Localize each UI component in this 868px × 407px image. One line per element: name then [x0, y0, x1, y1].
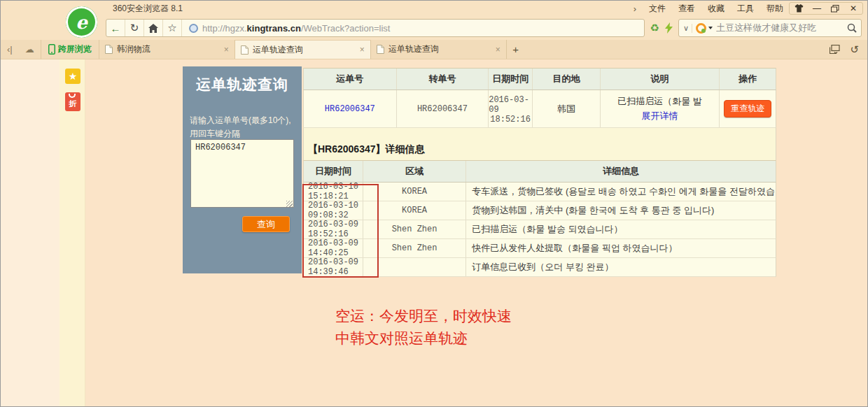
result-datetime: 2016-03-09 18:52:16	[489, 90, 533, 127]
tab-label: 运单轨迹查询	[388, 43, 491, 55]
detail-area: KOREA	[363, 183, 467, 201]
browser-logo-icon[interactable]: e	[66, 6, 97, 38]
discount-bag-widget[interactable]: 折	[65, 92, 80, 111]
result-row: HR62006347 HR62006347 2016-03-09 18:52:1…	[303, 90, 776, 128]
detail-datetime: 2016-03-09 14:39:46	[304, 258, 363, 276]
destination: 韩国	[533, 90, 601, 127]
annotation-line2: 中韩文对照运单轨迹	[335, 328, 512, 350]
result-time: 18:52:16	[490, 115, 531, 124]
track-query-panel: 运单轨迹查询 请输入运单单号(最多10个),用回车键分隔 HR62006347 …	[183, 66, 302, 273]
tab-hanrun-logistics[interactable]: 韩润物流 ×	[99, 40, 235, 59]
new-tab-button[interactable]: +	[507, 40, 525, 59]
detail-info: 专车派送，货物已签收 (용달로 배송 하였고 수화인 에게 화물을 전달하였습	[466, 183, 776, 201]
panel-title: 运单轨迹查询	[183, 66, 302, 94]
browser-window: e 360安全浏览器 8.1 › 文件 查看 收藏 工具 帮助 — ✕ ← ↻	[0, 0, 868, 407]
discount-label: 折	[69, 99, 77, 109]
result-date: 2016-03-09	[489, 95, 532, 115]
detail-title: 【HR62006347】详细信息	[308, 143, 425, 156]
col-datetime: 日期时间	[489, 69, 533, 90]
red-annotation-text: 空运：今发明至，时效快速 中韩文对照运单轨迹	[335, 306, 512, 350]
engine-dropdown-icon[interactable]: ∨	[683, 24, 692, 33]
transfer-no: HR62006347	[397, 90, 489, 127]
waybill-input[interactable]: HR62006347	[190, 139, 294, 208]
tab-close-icon[interactable]: ×	[496, 45, 500, 55]
home-icon[interactable]	[144, 20, 163, 36]
detail-row: 2016-03-10 09:08:32 KOREA 货物到达韩国，清关中 (화물…	[303, 201, 776, 220]
menu-view[interactable]: 查看	[678, 3, 695, 15]
waybill-no-link[interactable]: HR62006347	[304, 90, 397, 127]
detail-datetime: 2016-03-10 15:18:21	[304, 183, 363, 201]
description-text: 已扫描启运（화물 발	[617, 95, 702, 108]
bookmark-star-icon[interactable]: ☆	[163, 20, 182, 36]
col-destination: 目的地	[533, 69, 601, 90]
adfilter-recycle-icon[interactable]: ♻	[650, 22, 659, 34]
menu-help[interactable]: 帮助	[766, 3, 783, 15]
cloud-sync-icon[interactable]: ☁	[19, 40, 41, 59]
detail-datetime: 2016-03-09 18:52:16	[304, 220, 363, 238]
restore-button[interactable]	[826, 3, 844, 14]
detail-datetime: 2016-03-09 14:40:25	[304, 239, 363, 257]
col-detail-datetime: 日期时间	[304, 161, 363, 182]
textarea-resize-handle[interactable]	[286, 201, 293, 207]
expand-detail-link[interactable]: 展开详情	[642, 110, 678, 122]
window-controls: — ✕	[789, 2, 863, 15]
detail-datetime: 2016-03-10 09:08:32	[304, 201, 363, 220]
col-description: 说明	[601, 69, 720, 90]
bag-handle-icon	[69, 94, 76, 98]
detail-area: KOREA	[363, 201, 467, 220]
query-button[interactable]: 查询	[242, 216, 290, 232]
col-transfer: 转单号	[397, 69, 489, 90]
search-magnifier-icon[interactable]	[847, 23, 857, 33]
restore-closed-tab-icon[interactable]: ↺	[850, 43, 859, 56]
action-cell: 重查轨迹	[720, 90, 776, 127]
url-input[interactable]: http://hgzx.kingtrans.cn/WebTrack?action…	[202, 23, 390, 34]
menu-file[interactable]: 文件	[649, 3, 666, 15]
speed-lightning-icon[interactable]	[665, 22, 673, 34]
star-icon: ★	[69, 71, 78, 82]
tab-waybill-track-active[interactable]: 运单轨迹查询 ×	[235, 40, 371, 59]
tab-waybill-track-2[interactable]: 运单轨迹查询 ×	[371, 40, 507, 59]
page-left-gutter	[1, 59, 59, 407]
col-detail-info: 详细信息	[466, 161, 776, 182]
window-title: 360安全浏览器 8.1	[113, 3, 183, 15]
detail-row: 2016-03-10 15:18:21 KOREA 专车派送，货物已签收 (용달…	[303, 183, 776, 201]
favorite-star-widget[interactable]: ★	[65, 69, 80, 84]
back-icon[interactable]: ←	[106, 20, 125, 36]
input-hint: 请输入运单单号(最多10个),用回车键分隔	[190, 114, 295, 140]
description-cell: 已扫描启运（화물 발 展开详情	[601, 90, 720, 127]
search-input[interactable]: 土豆这样做才健康又好吃	[716, 22, 844, 34]
tab-close-icon[interactable]: ×	[360, 45, 365, 55]
detail-table-header: 日期时间 区域 详细信息	[303, 160, 776, 183]
detail-info: 货物到达韩国，清关中 (화물 한국에 도착 후 통관 중 입니다)	[466, 201, 776, 220]
detail-row: 2016-03-09 14:40:25 Shen Zhen 快件已从发件人处提取…	[303, 239, 776, 258]
webpage-content: ★ 折 运单轨迹查询 请输入运单单号(最多10个),用回车键分隔 HR62006…	[1, 59, 867, 407]
refresh-icon[interactable]: ↻	[125, 20, 144, 36]
page-icon	[377, 45, 384, 54]
menu-bar: › 文件 查看 收藏 工具 帮助	[634, 3, 789, 15]
minimize-button[interactable]: —	[808, 3, 826, 14]
detail-info: 订单信息已收到（오더 부킹 완료）	[466, 258, 776, 276]
engine-caret-icon	[708, 27, 713, 29]
search-engine-logo-icon[interactable]	[696, 23, 706, 34]
title-bar: e 360安全浏览器 8.1 › 文件 查看 收藏 工具 帮助 — ✕	[1, 1, 867, 16]
tab-close-icon[interactable]: ×	[224, 45, 229, 55]
menu-tools[interactable]: 工具	[737, 3, 754, 15]
track-results: 运单号 转单号 日期时间 目的地 说明 操作 HR62006347 HR6200…	[303, 68, 776, 277]
tabbar-right-tools: ↺	[821, 40, 867, 59]
menu-expand-icon[interactable]: ›	[634, 3, 636, 14]
col-action: 操作	[720, 69, 776, 90]
collapse-tabs-icon[interactable]: ‹|	[1, 40, 19, 59]
page-icon	[241, 45, 248, 55]
requery-track-button[interactable]: 重查轨迹	[724, 100, 771, 117]
menu-favorites[interactable]: 收藏	[708, 3, 724, 15]
detail-area: Shen Zhen	[363, 239, 467, 257]
cross-screen-button[interactable]: 跨屏浏览	[41, 40, 99, 59]
skin-shirt-icon[interactable]	[790, 3, 808, 14]
detail-area: Shen Zhen	[363, 220, 467, 238]
page-icon	[105, 45, 113, 54]
close-button[interactable]: ✕	[844, 3, 862, 14]
tab-list-icon[interactable]	[830, 45, 840, 54]
col-detail-area: 区域	[363, 161, 467, 182]
detail-row: 2016-03-09 14:39:46 订单信息已收到（오더 부킹 완료）	[303, 258, 776, 277]
address-bar: ← ↻ ☆ http://hgzx.kingtrans.cn/WebTrack?…	[1, 16, 867, 40]
